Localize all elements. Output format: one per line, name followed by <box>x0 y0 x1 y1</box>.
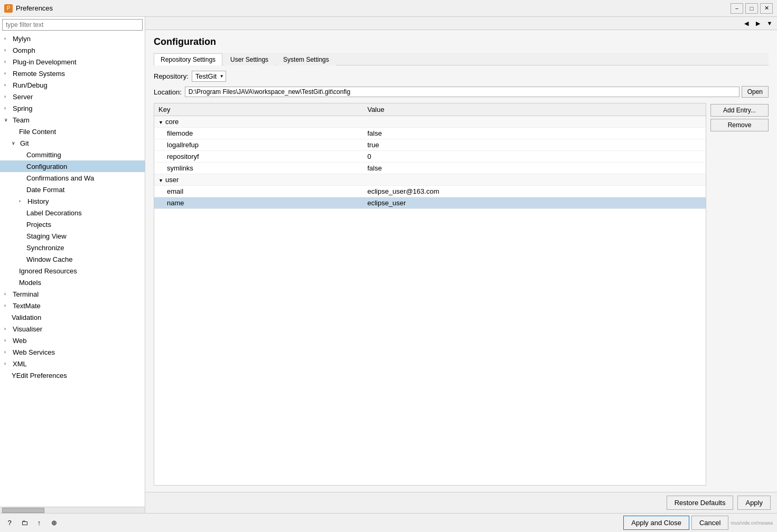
sidebar-item-committing[interactable]: Committing <box>0 149 145 160</box>
footer-right: Apply and Close Cancel mus/vide.cn/meawa <box>623 516 773 530</box>
table-row[interactable]: repositoryf0 <box>154 151 706 163</box>
cancel-button[interactable]: Cancel <box>691 516 728 530</box>
location-input[interactable] <box>185 87 739 97</box>
table-row[interactable]: logallrefuptrue <box>154 139 706 151</box>
bottom-action-bar: Restore Defaults Apply <box>145 492 777 513</box>
table-section-core[interactable]: ▼core <box>154 116 706 128</box>
title-bar: P Preferences − □ ✕ <box>0 0 777 17</box>
sidebar-item-ignored-resources[interactable]: Ignored Resources <box>0 265 145 277</box>
sidebar-item-visualiser[interactable]: ›Visualiser <box>0 323 145 335</box>
sidebar-item-textmate[interactable]: ›TextMate <box>0 300 145 311</box>
sidebar-item-mylyn[interactable]: ›Mylyn <box>0 33 145 44</box>
sidebar-item-team[interactable]: ∨Team <box>0 114 145 126</box>
export-icon[interactable]: ↑ <box>34 518 44 528</box>
sidebar-item-confirmations[interactable]: Confirmations and Wa <box>0 172 145 184</box>
sidebar-label-oomph: Oomph <box>13 46 35 54</box>
sidebar-label-run-debug: Run/Debug <box>13 81 48 89</box>
table-row[interactable]: emaileclipse_user@163.com <box>154 186 706 197</box>
apply-button[interactable]: Apply <box>737 496 771 510</box>
sidebar-label-label-dec: Label Decorations <box>26 209 82 217</box>
sidebar-item-date-format[interactable]: Date Format <box>0 184 145 195</box>
sidebar-label-team: Team <box>13 116 30 124</box>
sidebar-label-server: Server <box>13 93 33 101</box>
sidebar-item-web-services[interactable]: ›Web Services <box>0 346 145 358</box>
arrow-icon-server: › <box>4 94 12 99</box>
close-button[interactable]: ✕ <box>760 3 773 14</box>
sidebar-item-web[interactable]: ›Web <box>0 335 145 346</box>
sidebar-item-configuration[interactable]: Configuration <box>0 160 145 172</box>
sidebar-item-models[interactable]: Models <box>0 277 145 288</box>
table-row[interactable]: filemodefalse <box>154 128 706 139</box>
arrow-icon-spring: › <box>4 106 12 111</box>
sidebar-label-git: Git <box>20 139 29 147</box>
watermark: mus/vide.cn/meawa <box>731 520 773 526</box>
arrow-icon-textmate: › <box>4 303 12 308</box>
sidebar-item-validation[interactable]: Validation <box>0 311 145 323</box>
sidebar-label-staging-view: Staging View <box>26 232 67 240</box>
sidebar-item-synchronize[interactable]: Synchronize <box>0 242 145 253</box>
forward-button[interactable]: ▶ <box>753 18 763 28</box>
remove-button[interactable]: Remove <box>710 119 769 131</box>
sidebar-item-remote-systems[interactable]: ›Remote Systems <box>0 68 145 79</box>
arrow-icon-remote-systems: › <box>4 71 12 76</box>
sidebar-label-xml: XML <box>13 360 27 368</box>
settings-icon[interactable]: ⊕ <box>49 518 59 528</box>
repository-label: Repository: <box>154 72 189 80</box>
tab-bar: Repository Settings User Settings System… <box>154 53 769 65</box>
back-button[interactable]: ◀ <box>741 18 752 28</box>
sidebar-label-terminal: Terminal <box>13 290 39 298</box>
sidebar-label-web-services: Web Services <box>13 348 55 356</box>
sidebar-item-history[interactable]: ›History <box>0 195 145 207</box>
table-section-user[interactable]: ▼user <box>154 174 706 186</box>
tab-user-settings[interactable]: User Settings <box>223 53 275 65</box>
dropdown-button[interactable]: ▼ <box>764 18 775 28</box>
folder-icon[interactable]: 🗀 <box>19 518 30 528</box>
sidebar-label-file-content: File Content <box>19 128 56 136</box>
arrow-icon-oomph: › <box>4 48 12 53</box>
table-row[interactable]: symlinksfalse <box>154 163 706 174</box>
help-icon[interactable]: ? <box>4 518 15 528</box>
sidebar-item-projects[interactable]: Projects <box>0 218 145 230</box>
sidebar-item-window-cache[interactable]: Window Cache <box>0 253 145 265</box>
table-buttons: Add Entry... Remove <box>710 103 769 131</box>
sidebar-item-staging-view[interactable]: Staging View <box>0 230 145 242</box>
sidebar-item-git[interactable]: ∨Git <box>0 137 145 149</box>
tab-repository-settings[interactable]: Repository Settings <box>154 53 222 65</box>
apply-close-button[interactable]: Apply and Close <box>623 516 689 530</box>
footer: ? 🗀 ↑ ⊕ Apply and Close Cancel mus/vide.… <box>0 513 777 532</box>
sidebar-item-run-debug[interactable]: ›Run/Debug <box>0 79 145 91</box>
repository-select[interactable]: TestGit <box>192 71 226 82</box>
sidebar-label-visualiser: Visualiser <box>13 325 42 333</box>
sidebar-label-history: History <box>27 197 49 205</box>
sidebar-item-spring[interactable]: ›Spring <box>0 102 145 114</box>
table-row[interactable]: nameeclipse_user <box>154 197 706 209</box>
sidebar-label-ignored-resources: Ignored Resources <box>19 267 77 275</box>
minimize-button[interactable]: − <box>731 3 743 14</box>
restore-defaults-button[interactable]: Restore Defaults <box>667 496 734 510</box>
filter-input[interactable] <box>2 19 143 31</box>
sidebar-item-yedit[interactable]: YEdit Preferences <box>0 369 145 381</box>
sidebar-label-plugin-dev: Plug-in Development <box>13 58 77 66</box>
sidebar-item-xml[interactable]: ›XML <box>0 358 145 369</box>
sidebar: ›Mylyn›Oomph›Plug-in Development›Remote … <box>0 17 145 513</box>
sidebar-label-remote-systems: Remote Systems <box>13 70 65 78</box>
sidebar-item-plugin-dev[interactable]: ›Plug-in Development <box>0 56 145 68</box>
sidebar-item-oomph[interactable]: ›Oomph <box>0 44 145 56</box>
panel-toolbar: ◀ ▶ ▼ <box>145 17 777 30</box>
sidebar-item-file-content[interactable]: File Content <box>0 126 145 137</box>
sidebar-label-yedit: YEdit Preferences <box>12 372 67 379</box>
content-area: Configuration Repository Settings User S… <box>145 30 777 492</box>
maximize-button[interactable]: □ <box>745 3 758 14</box>
tab-system-settings[interactable]: System Settings <box>276 53 336 65</box>
sidebar-item-server[interactable]: ›Server <box>0 91 145 102</box>
horizontal-scrollbar[interactable] <box>0 507 145 513</box>
scroll-thumb[interactable] <box>2 508 44 513</box>
sidebar-item-terminal[interactable]: ›Terminal <box>0 288 145 300</box>
sidebar-label-configuration: Configuration <box>26 163 67 170</box>
table-scroll[interactable]: Key Value ▼corefilemodefalselogallrefupt… <box>154 103 706 485</box>
add-entry-button[interactable]: Add Entry... <box>710 104 769 117</box>
arrow-icon-history: › <box>19 198 26 204</box>
sidebar-item-label-dec[interactable]: Label Decorations <box>0 207 145 218</box>
open-button[interactable]: Open <box>742 86 769 98</box>
repository-select-wrapper: TestGit <box>192 71 226 82</box>
